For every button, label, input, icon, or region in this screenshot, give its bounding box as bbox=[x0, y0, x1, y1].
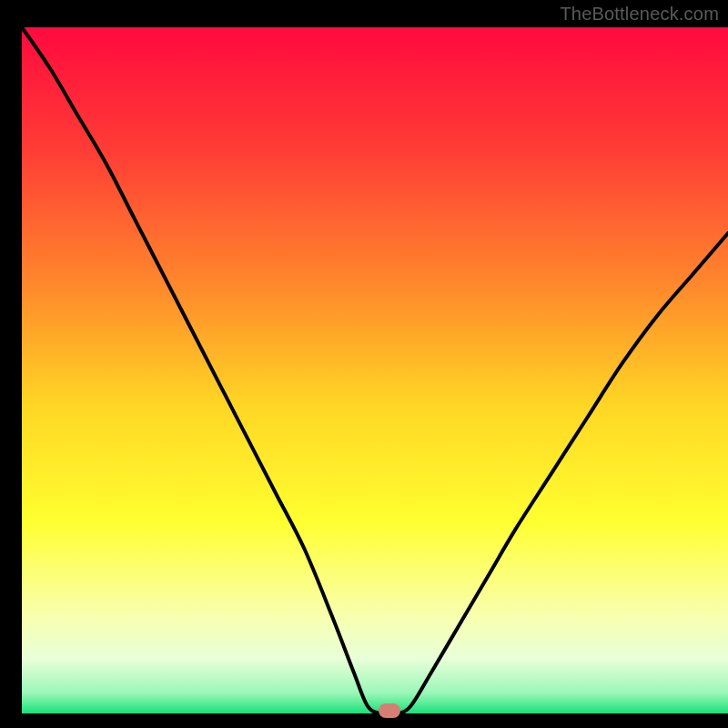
chart-svg bbox=[0, 0, 728, 728]
optimal-point-marker bbox=[379, 703, 400, 718]
plot-background bbox=[22, 27, 728, 713]
watermark-text: TheBottleneck.com bbox=[560, 4, 719, 25]
chart-frame: TheBottleneck.com bbox=[0, 0, 728, 728]
